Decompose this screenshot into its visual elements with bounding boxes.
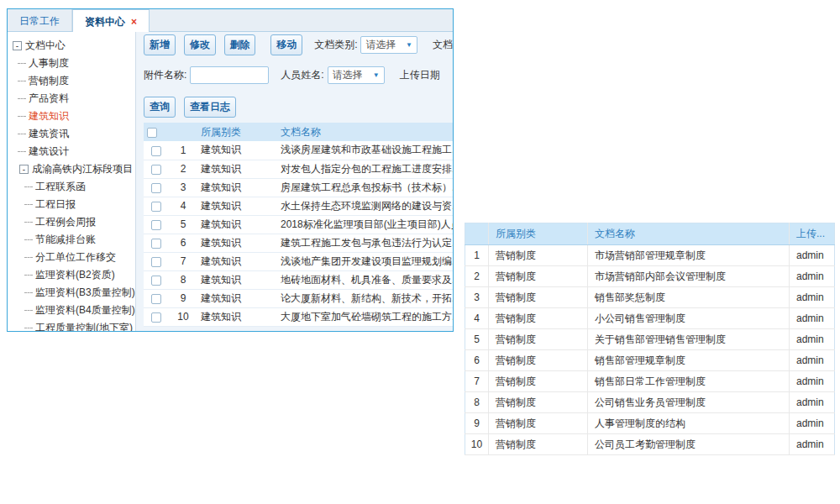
row-checkbox[interactable] — [151, 276, 161, 286]
tree-item[interactable]: 监理资料(B2资质) — [8, 266, 135, 284]
row-number: 7 — [465, 371, 489, 392]
tree-connector — [18, 116, 26, 117]
tree-connector — [24, 186, 33, 187]
table-row: 8建筑知识地砖地面材料、机具准备、质量要求及... — [144, 270, 453, 289]
row-checkbox[interactable] — [151, 202, 161, 212]
tree-item-label: 工程例会周报 — [35, 216, 96, 228]
doc-category-value: 请选择 — [365, 38, 396, 52]
tree-item[interactable]: 工程例会周报 — [8, 213, 135, 231]
row-category: 营销制度 — [489, 245, 588, 266]
row-category: 营销制度 — [489, 287, 588, 308]
row-checkbox[interactable] — [151, 257, 161, 267]
row-number: 9 — [465, 413, 489, 434]
row-doc-name: 关于销售部管理销售管理制度 — [588, 329, 790, 350]
tree-item-label: 工程日报 — [35, 198, 76, 210]
main-panel: 新增 修改 删除 移动 文档类别: 请选择 ▼ 文档 附件名称: 人员姓名: — [136, 32, 453, 332]
row-uploader: admin — [790, 266, 835, 287]
category-column-header: 所属别类 — [197, 123, 277, 141]
select-all-checkbox[interactable] — [147, 128, 157, 138]
tab-label: 资料中心 — [85, 16, 125, 28]
query-button[interactable]: 查询 — [144, 97, 176, 118]
row-checkbox[interactable] — [151, 239, 161, 249]
row-checkbox[interactable] — [151, 146, 161, 156]
collapse-icon[interactable]: - — [19, 165, 29, 174]
uploader-column-header: 上传... — [790, 223, 835, 245]
delete-button[interactable]: 删除 — [224, 34, 256, 55]
row-category: 营销制度 — [489, 266, 588, 287]
attachment-name-input[interactable] — [190, 66, 269, 84]
tree-item[interactable]: 建筑知识 — [8, 108, 135, 125]
table-row: 8营销制度公司销售业务员管理制度admin — [465, 392, 835, 413]
chevron-down-icon: ▼ — [406, 41, 412, 49]
tree-item[interactable]: 工程质量控制(地下室) — [8, 319, 135, 332]
move-button[interactable]: 移动 — [270, 34, 302, 55]
collapse-icon[interactable]: - — [13, 41, 22, 50]
row-uploader: admin — [790, 413, 835, 434]
tree-item-label: 工程质量控制(地下室) — [35, 322, 133, 332]
tree-item-label: 人事制度 — [29, 57, 69, 69]
tree-item-label: 建筑资讯 — [29, 128, 69, 139]
view-log-button[interactable]: 查看日志 — [184, 97, 236, 118]
row-doc-name: 论大厦新材料、新结构、新技术，开拓... — [277, 289, 453, 307]
doc-category-select[interactable]: 请选择 ▼ — [360, 36, 417, 54]
row-number: 3 — [465, 287, 489, 308]
row-number: 4 — [465, 308, 489, 329]
row-checkbox[interactable] — [151, 294, 161, 304]
tree-node[interactable]: -文档中心 — [8, 37, 135, 55]
attachment-name-label: 附件名称: — [144, 68, 186, 82]
window-body: -文档中心人事制度营销制度产品资料建筑知识建筑资讯建筑设计-成渝高铁内江标段项目… — [8, 32, 453, 332]
tree-connector — [18, 134, 26, 134]
doc-category-label: 文档类别: — [314, 38, 357, 52]
tree-item[interactable]: 工程日报 — [8, 196, 135, 213]
tree-item[interactable]: 分工单位工作移交 — [8, 249, 135, 266]
row-category: 建筑知识 — [197, 307, 277, 326]
tree-item-label: 监理资料(B4质量控制) — [35, 304, 135, 316]
add-button[interactable]: 新增 — [144, 34, 176, 55]
row-checkbox[interactable] — [151, 220, 161, 230]
row-number: 6 — [169, 234, 197, 252]
doc-name-column-header: 文档名称 — [277, 123, 453, 141]
tab-daily-work[interactable]: 日常工作 — [8, 9, 72, 31]
close-icon[interactable]: × — [131, 16, 137, 28]
tree-connector — [24, 310, 33, 311]
row-category: 建筑知识 — [197, 270, 277, 289]
table-row: 10营销制度公司员工考勤管理制度admin — [465, 434, 835, 455]
tab-data-center[interactable]: 资料中心× — [72, 9, 150, 32]
row-doc-name: 销售部奖惩制度 — [588, 287, 790, 308]
row-checkbox[interactable] — [151, 312, 161, 323]
tree-item-label: 节能减排台账 — [35, 234, 96, 245]
sidebar-tree: -文档中心人事制度营销制度产品资料建筑知识建筑资讯建筑设计-成渝高铁内江标段项目… — [8, 32, 136, 332]
row-checkbox[interactable] — [151, 165, 161, 175]
row-doc-name: 小公司销售管理制度 — [588, 308, 790, 329]
row-doc-name: 地砖地面材料、机具准备、质量要求及... — [277, 270, 453, 289]
row-number: 10 — [169, 307, 197, 326]
row-doc-name: 销售部管理规章制度 — [588, 350, 790, 371]
row-checkbox[interactable] — [151, 183, 161, 193]
tree-item[interactable]: 人事制度 — [8, 55, 135, 72]
tree-item[interactable]: 建筑设计 — [8, 143, 135, 160]
table-row: 6营销制度销售部管理规章制度admin — [465, 350, 835, 371]
tree-item[interactable]: 产品资料 — [8, 90, 135, 108]
tree-item[interactable]: 监理资料(B3质量控制) — [8, 284, 135, 302]
tree-node[interactable]: -成渝高铁内江标段项目 — [8, 160, 135, 178]
documents-table-header: 所属别类 文档名称 — [144, 123, 453, 141]
row-number: 9 — [169, 289, 197, 307]
tree-connector — [18, 81, 26, 81]
row-category: 建筑知识 — [197, 178, 277, 197]
tree-item[interactable]: 节能减排台账 — [8, 231, 135, 249]
doc-name-label-clipped: 文档 — [433, 38, 453, 52]
tree-item[interactable]: 建筑资讯 — [8, 125, 135, 143]
table-row: 9营销制度人事管理制度的结构admin — [465, 413, 835, 434]
tree-connector — [24, 257, 33, 258]
tree-item-label: 监理资料(B2资质) — [35, 269, 115, 281]
tree-item-label: 建筑知识 — [29, 110, 69, 122]
edit-button[interactable]: 修改 — [184, 34, 216, 55]
person-name-select[interactable]: 请选择 ▼ — [328, 66, 385, 84]
tree-item[interactable]: 监理资料(B4质量控制) — [8, 302, 135, 319]
tree-connector — [18, 98, 26, 99]
tree-item[interactable]: 工程联系函 — [8, 178, 135, 196]
row-doc-name: 公司销售业务员管理制度 — [588, 392, 790, 413]
number-column-header — [465, 223, 489, 245]
tree-item[interactable]: 营销制度 — [8, 72, 135, 90]
table-row: 5建筑知识2018标准化监理项目部(业主项目部)人员... — [144, 215, 453, 234]
